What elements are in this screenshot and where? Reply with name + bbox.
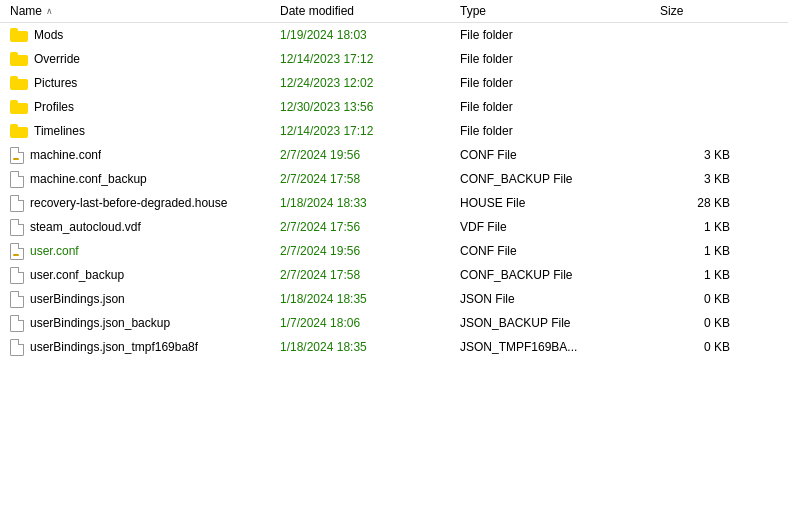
cell-size: 1 KB	[660, 268, 740, 282]
file-icon	[10, 315, 24, 332]
col-name-header[interactable]: Name ∧	[0, 4, 280, 18]
table-row[interactable]: Pictures12/24/2023 12:02File folder	[0, 71, 788, 95]
conf-icon	[10, 243, 24, 260]
cell-name: Timelines	[0, 124, 280, 138]
table-row[interactable]: user.conf2/7/2024 19:56CONF File1 KB	[0, 239, 788, 263]
cell-date: 1/18/2024 18:33	[280, 196, 460, 210]
cell-type: File folder	[460, 52, 660, 66]
cell-size: 3 KB	[660, 148, 740, 162]
cell-name: Override	[0, 52, 280, 66]
cell-date: 12/14/2023 17:12	[280, 124, 460, 138]
cell-date: 12/14/2023 17:12	[280, 52, 460, 66]
file-icon	[10, 171, 24, 188]
table-row[interactable]: user.conf_backup2/7/2024 17:58CONF_BACKU…	[0, 263, 788, 287]
file-explorer: Name ∧ Date modified Type Size Mods1/19/…	[0, 0, 788, 517]
folder-icon	[10, 52, 28, 66]
table-header: Name ∧ Date modified Type Size	[0, 0, 788, 23]
file-name: machine.conf_backup	[30, 172, 147, 186]
folder-icon	[10, 124, 28, 138]
cell-name: userBindings.json	[0, 291, 280, 308]
cell-type: JSON_BACKUP File	[460, 316, 660, 330]
table-row[interactable]: machine.conf2/7/2024 19:56CONF File3 KB	[0, 143, 788, 167]
cell-date: 12/24/2023 12:02	[280, 76, 460, 90]
file-name: userBindings.json_tmpf169ba8f	[30, 340, 198, 354]
file-name: userBindings.json	[30, 292, 125, 306]
cell-name: Mods	[0, 28, 280, 42]
json-icon	[10, 291, 24, 308]
table-row[interactable]: machine.conf_backup2/7/2024 17:58CONF_BA…	[0, 167, 788, 191]
table-row[interactable]: userBindings.json_backup1/7/2024 18:06JS…	[0, 311, 788, 335]
cell-name: user.conf	[0, 243, 280, 260]
cell-size: 1 KB	[660, 220, 740, 234]
sort-arrow: ∧	[46, 6, 53, 16]
cell-date: 2/7/2024 19:56	[280, 244, 460, 258]
cell-name: user.conf_backup	[0, 267, 280, 284]
conf-icon	[10, 147, 24, 164]
cell-date: 2/7/2024 17:56	[280, 220, 460, 234]
file-icon	[10, 195, 24, 212]
cell-date: 2/7/2024 17:58	[280, 172, 460, 186]
file-icon	[10, 267, 24, 284]
cell-size: 0 KB	[660, 340, 740, 354]
cell-date: 2/7/2024 17:58	[280, 268, 460, 282]
cell-type: File folder	[460, 100, 660, 114]
cell-name: steam_autocloud.vdf	[0, 219, 280, 236]
table-row[interactable]: recovery-last-before-degraded.house1/18/…	[0, 191, 788, 215]
file-name: Profiles	[34, 100, 74, 114]
cell-type: VDF File	[460, 220, 660, 234]
table-row[interactable]: userBindings.json_tmpf169ba8f1/18/2024 1…	[0, 335, 788, 359]
cell-name: Profiles	[0, 100, 280, 114]
col-type-header[interactable]: Type	[460, 4, 660, 18]
cell-size: 1 KB	[660, 244, 740, 258]
cell-size: 28 KB	[660, 196, 740, 210]
col-size-header[interactable]: Size	[660, 4, 740, 18]
cell-type: File folder	[460, 28, 660, 42]
cell-name: Pictures	[0, 76, 280, 90]
cell-name: machine.conf_backup	[0, 171, 280, 188]
file-name: Mods	[34, 28, 63, 42]
file-name: Pictures	[34, 76, 77, 90]
table-row[interactable]: steam_autocloud.vdf2/7/2024 17:56VDF Fil…	[0, 215, 788, 239]
file-icon	[10, 339, 24, 356]
file-name: machine.conf	[30, 148, 101, 162]
file-name: recovery-last-before-degraded.house	[30, 196, 227, 210]
file-name: Override	[34, 52, 80, 66]
cell-type: CONF_BACKUP File	[460, 268, 660, 282]
cell-date: 1/7/2024 18:06	[280, 316, 460, 330]
cell-type: JSON File	[460, 292, 660, 306]
cell-type: File folder	[460, 76, 660, 90]
cell-type: CONF_BACKUP File	[460, 172, 660, 186]
col-name-label: Name	[10, 4, 42, 18]
cell-type: CONF File	[460, 148, 660, 162]
cell-date: 1/18/2024 18:35	[280, 340, 460, 354]
table-row[interactable]: Override12/14/2023 17:12File folder	[0, 47, 788, 71]
table-row[interactable]: Timelines12/14/2023 17:12File folder	[0, 119, 788, 143]
folder-icon	[10, 76, 28, 90]
folder-icon	[10, 28, 28, 42]
file-name: userBindings.json_backup	[30, 316, 170, 330]
cell-name: userBindings.json_tmpf169ba8f	[0, 339, 280, 356]
file-name: Timelines	[34, 124, 85, 138]
table-row[interactable]: Profiles12/30/2023 13:56File folder	[0, 95, 788, 119]
cell-name: machine.conf	[0, 147, 280, 164]
file-list: Mods1/19/2024 18:03File folderOverride12…	[0, 23, 788, 512]
cell-date: 12/30/2023 13:56	[280, 100, 460, 114]
cell-date: 1/19/2024 18:03	[280, 28, 460, 42]
cell-size: 3 KB	[660, 172, 740, 186]
cell-size: 0 KB	[660, 316, 740, 330]
file-icon	[10, 219, 24, 236]
cell-date: 1/18/2024 18:35	[280, 292, 460, 306]
folder-icon	[10, 100, 28, 114]
cell-name: userBindings.json_backup	[0, 315, 280, 332]
table-row[interactable]: Mods1/19/2024 18:03File folder	[0, 23, 788, 47]
cell-type: JSON_TMPF169BA...	[460, 340, 660, 354]
col-date-header[interactable]: Date modified	[280, 4, 460, 18]
file-name: user.conf_backup	[30, 268, 124, 282]
cell-date: 2/7/2024 19:56	[280, 148, 460, 162]
cell-name: recovery-last-before-degraded.house	[0, 195, 280, 212]
cell-type: CONF File	[460, 244, 660, 258]
cell-type: HOUSE File	[460, 196, 660, 210]
file-name: steam_autocloud.vdf	[30, 220, 141, 234]
table-row[interactable]: userBindings.json1/18/2024 18:35JSON Fil…	[0, 287, 788, 311]
cell-type: File folder	[460, 124, 660, 138]
